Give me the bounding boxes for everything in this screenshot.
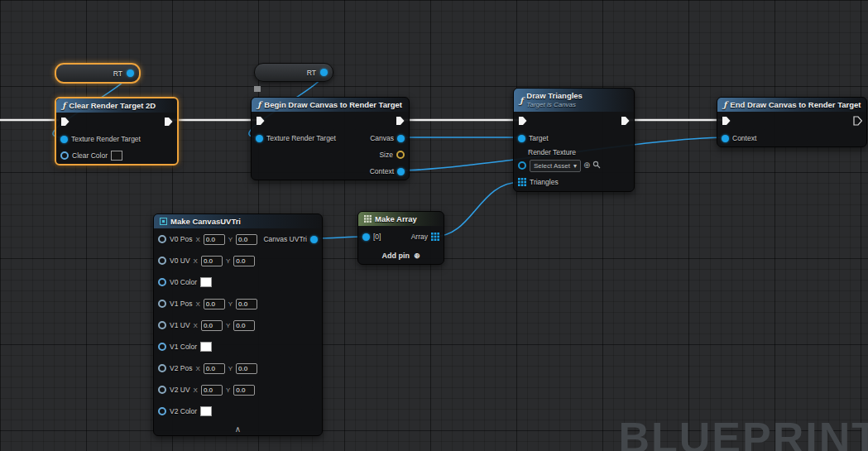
pin-label: Context — [370, 167, 394, 175]
blueprint-watermark: BLUEPRINT — [618, 413, 868, 451]
clear-color-pin[interactable] — [60, 151, 69, 160]
variable-name: RT — [113, 70, 122, 78]
v2-uv-pin[interactable] — [158, 386, 166, 394]
texture-render-target-pin[interactable] — [60, 136, 68, 143]
pin-label: V0 Color — [170, 278, 197, 286]
node-make-array[interactable]: Make Array [0] Array Add pin ⊕ — [357, 211, 444, 265]
pin-label: V2 Color — [170, 407, 197, 415]
rt1-output-pin[interactable] — [127, 70, 134, 77]
v0-pos-y-input[interactable] — [236, 234, 257, 245]
v1-pos-pin[interactable] — [158, 300, 166, 308]
pin-label: V0 UV — [170, 257, 190, 265]
comment-handle — [254, 86, 261, 92]
v2-pos-y-input[interactable] — [236, 363, 257, 374]
wire-array-to-triangles[interactable] — [434, 182, 520, 237]
node-title: Make Array — [375, 214, 417, 223]
v1-uv-x-input[interactable] — [201, 320, 223, 331]
pin-label: V1 UV — [170, 321, 190, 329]
v0-uv-x-input[interactable] — [201, 256, 223, 266]
canvas-out-pin[interactable] — [397, 135, 405, 142]
chevron-down-icon: ▾ — [573, 162, 577, 170]
exec-out-pin[interactable] — [164, 117, 173, 127]
v1-color-swatch[interactable] — [200, 342, 212, 352]
v0-uv-pin[interactable] — [158, 257, 166, 265]
exec-out-pin[interactable] — [853, 116, 862, 126]
v0-pos-pin[interactable] — [158, 235, 166, 243]
collapse-advanced-icon[interactable]: ∧ — [235, 425, 241, 434]
v2-color-swatch[interactable] — [200, 406, 212, 416]
v0-color-pin[interactable] — [158, 278, 166, 286]
variable-name: RT — [307, 69, 316, 77]
clear-color-swatch[interactable] — [111, 151, 122, 161]
node-header[interactable]: Make Array — [358, 212, 444, 226]
axis-x-label: X — [194, 322, 198, 329]
node-make-canvas-uvtri[interactable]: Make CanvasUVTri V0 Pos X Y Canvas UVTri… — [153, 214, 323, 436]
pin-label: Triangles — [530, 178, 559, 186]
context-out-pin[interactable] — [397, 168, 405, 175]
axis-y-label: Y — [228, 236, 233, 243]
rt2-output-pin[interactable] — [320, 69, 328, 76]
pin-label: Texture Render Target — [71, 135, 141, 143]
pin-label: V2 UV — [170, 386, 190, 394]
node-title: Begin Draw Canvas to Render Target — [264, 100, 402, 109]
v2-pos-pin[interactable] — [158, 364, 166, 372]
node-clear-render-target-2d[interactable]: ƒ Clear Render Target 2D Texture Render … — [55, 97, 179, 166]
asset-picker: Select Asset ▾ ⊕ — [530, 160, 601, 172]
variable-getter-rt-1[interactable]: RT — [55, 63, 141, 84]
v2-uv-x-input[interactable] — [201, 385, 223, 396]
axis-x-label: X — [195, 236, 199, 243]
axis-x-label: X — [194, 386, 198, 394]
array-out-pin[interactable] — [431, 233, 439, 241]
target-pin[interactable] — [518, 135, 525, 142]
canvas-uvtri-out-pin[interactable] — [310, 236, 318, 243]
v1-uv-y-input[interactable] — [233, 320, 255, 331]
v1-uv-pin[interactable] — [158, 321, 166, 329]
pin-label: Canvas — [370, 134, 394, 142]
v2-uv-y-input[interactable] — [233, 385, 255, 396]
v0-uv-y-input[interactable] — [233, 256, 255, 266]
node-header[interactable]: ƒ Clear Render Target 2D — [56, 98, 177, 113]
render-texture-pin[interactable] — [518, 161, 526, 170]
pin-label: [0] — [373, 233, 381, 241]
v2-pos-x-input[interactable] — [204, 363, 225, 374]
node-draw-triangles[interactable]: ƒ Draw Triangles Target is Canvas Target… — [513, 88, 635, 192]
node-end-draw-canvas[interactable]: ƒ End Draw Canvas to Render Target Conte… — [717, 97, 867, 147]
v1-pos-x-input[interactable] — [204, 299, 225, 309]
v1-pos-y-input[interactable] — [236, 299, 257, 309]
blueprint-graph-canvas[interactable]: BLUEPRINT RT RT ƒ Clear Render Target 2D — [0, 0, 868, 451]
triangles-array-pin[interactable] — [518, 178, 526, 186]
texture-render-target-pin[interactable] — [256, 135, 263, 142]
exec-out-pin[interactable] — [621, 116, 630, 126]
browse-asset-icon[interactable] — [592, 161, 601, 170]
pin-label: V1 Color — [170, 343, 197, 351]
exec-in-pin[interactable] — [722, 116, 731, 126]
node-subtitle: Target is Canvas — [526, 100, 583, 109]
exec-in-pin[interactable] — [60, 117, 70, 127]
node-header[interactable]: ƒ End Draw Canvas to Render Target — [717, 98, 866, 112]
axis-y-label: Y — [226, 322, 230, 329]
variable-getter-rt-2[interactable]: RT — [254, 63, 333, 82]
function-icon: ƒ — [62, 101, 65, 110]
size-out-pin[interactable] — [396, 151, 405, 159]
exec-in-pin[interactable] — [256, 116, 265, 126]
pin-label: V2 Pos — [170, 364, 192, 372]
v2-color-pin[interactable] — [158, 407, 166, 415]
node-header[interactable]: Make CanvasUVTri — [154, 214, 322, 228]
asset-select-dropdown[interactable]: Select Asset ▾ — [530, 160, 581, 172]
exec-in-pin[interactable] — [518, 116, 527, 126]
add-pin-icon: ⊕ — [414, 252, 420, 260]
node-header[interactable]: ƒ Begin Draw Canvas to Render Target — [252, 98, 409, 112]
array-element-0-pin[interactable] — [362, 233, 370, 241]
node-title: Draw Triangles — [526, 91, 583, 100]
node-title: Clear Render Target 2D — [69, 101, 156, 110]
context-pin[interactable] — [722, 135, 729, 142]
node-header[interactable]: ƒ Draw Triangles Target is Canvas — [514, 89, 634, 112]
node-begin-draw-canvas[interactable]: ƒ Begin Draw Canvas to Render Target Tex… — [251, 97, 410, 180]
v0-pos-x-input[interactable] — [204, 234, 225, 245]
pin-label: Size — [379, 151, 393, 159]
use-selected-asset-icon[interactable]: ⊕ — [583, 161, 590, 170]
v1-color-pin[interactable] — [158, 343, 166, 351]
v0-color-swatch[interactable] — [200, 277, 212, 287]
add-pin-button[interactable]: Add pin ⊕ — [358, 247, 444, 264]
exec-out-pin[interactable] — [396, 116, 405, 126]
